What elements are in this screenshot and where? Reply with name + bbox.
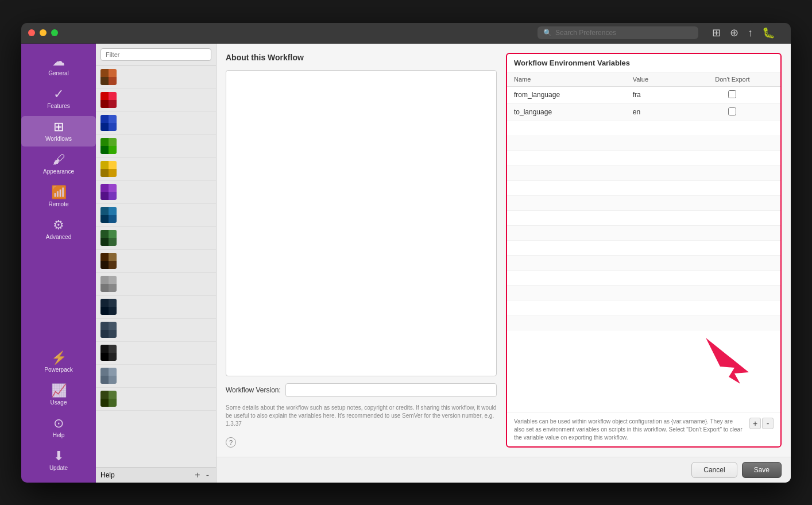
sidebar-item-appearance[interactable]: 🖌 Appearance — [21, 149, 96, 179]
list-item[interactable] — [96, 365, 216, 388]
list-item[interactable] — [96, 204, 216, 227]
chart-icon: 📈 — [51, 384, 67, 397]
minimize-button[interactable] — [40, 29, 47, 36]
table-row-empty — [507, 255, 780, 270]
list-item[interactable] — [96, 342, 216, 365]
content-area: Help + - About this Workflow Workflow Ve — [96, 44, 791, 483]
list-item[interactable] — [96, 319, 216, 342]
table-row-empty — [507, 270, 780, 285]
var-name: to_language — [507, 103, 626, 121]
close-button[interactable] — [28, 29, 35, 36]
list-item[interactable] — [96, 250, 216, 273]
list-item[interactable] — [96, 66, 216, 89]
version-row: Workflow Version: — [226, 383, 497, 397]
toolbar-icon-2[interactable]: ⊕ — [728, 24, 741, 41]
list-item[interactable] — [96, 135, 216, 158]
sidebar-item-powerpack[interactable]: ⚡ Powerpack — [21, 347, 96, 377]
col-value: Value — [626, 72, 685, 87]
workflow-icon — [100, 115, 117, 131]
search-bar[interactable]: 🔍 — [538, 26, 698, 39]
about-textarea[interactable] — [226, 70, 497, 376]
check-icon: ✓ — [53, 88, 64, 101]
workflow-icon — [100, 161, 117, 177]
lightning-icon: ⚡ — [51, 352, 67, 364]
sidebar-item-label: General — [48, 70, 69, 76]
search-input[interactable] — [555, 29, 693, 37]
maximize-button[interactable] — [51, 29, 58, 36]
list-item[interactable] — [96, 273, 216, 296]
list-item[interactable] — [96, 158, 216, 181]
workflow-icon — [100, 368, 117, 384]
toolbar-icon-4[interactable]: 🐛 — [760, 24, 777, 41]
sidebar-item-general[interactable]: ☁ General — [21, 51, 96, 81]
arrow-indicator — [700, 332, 746, 378]
list-item[interactable] — [96, 296, 216, 319]
workflow-icon — [100, 253, 117, 269]
cancel-button[interactable]: Cancel — [691, 462, 737, 478]
col-dont-export: Don't Export — [685, 72, 780, 87]
svg-marker-0 — [706, 338, 749, 384]
workflow-icon — [100, 207, 117, 223]
filter-bar — [96, 44, 216, 66]
help-button[interactable]: ? — [226, 437, 236, 448]
sidebar-item-label: Usage — [51, 399, 67, 406]
add-env-var-button[interactable]: + — [749, 418, 761, 429]
table-row[interactable]: from_language fra — [507, 86, 780, 103]
toolbar-right: ⊞ ⊕ ↑ 🐛 — [703, 24, 784, 41]
version-input[interactable] — [285, 383, 497, 397]
toolbar-icon-1[interactable]: ⊞ — [710, 24, 723, 41]
add-workflow-button[interactable]: + — [192, 470, 202, 480]
workflow-icon — [100, 276, 117, 292]
remove-workflow-button[interactable]: - — [204, 470, 211, 480]
sidebar-item-label: Update — [49, 465, 68, 471]
workflow-icon — [100, 184, 117, 200]
main-panel-buttons: Cancel Save — [216, 457, 791, 483]
sidebar-item-remote[interactable]: 📶 Remote — [21, 182, 96, 212]
help-circle-icon: ⊙ — [53, 417, 64, 430]
sidebar-item-label: Help — [53, 432, 65, 438]
workflow-icon — [100, 138, 117, 154]
col-name: Name — [507, 72, 626, 87]
var-name: from_language — [507, 86, 626, 103]
main-window: 🔍 ⊞ ⊕ ↑ 🐛 ☁ General ✓ Features ⊞ Workflo… — [21, 23, 791, 483]
sidebar-item-advanced[interactable]: ⚙ Advanced — [21, 214, 96, 245]
list-panel-footer: Help + - — [96, 467, 216, 483]
table-row-empty — [507, 300, 780, 315]
list-item[interactable] — [96, 227, 216, 250]
sidebar-item-label: Features — [47, 103, 69, 109]
list-item[interactable] — [96, 388, 216, 411]
table-row-empty — [507, 315, 780, 330]
sidebar-item-update[interactable]: ⬇ Update — [21, 445, 96, 476]
save-button[interactable]: Save — [742, 462, 782, 478]
sliders-icon: ⚙ — [53, 219, 64, 232]
env-vars-box: Workflow Environment Variables Name Valu… — [506, 53, 782, 448]
toolbar-icon-3[interactable]: ↑ — [745, 25, 755, 41]
sidebar-item-features[interactable]: ✓ Features — [21, 83, 96, 114]
env-content-wrapper: Name Value Don't Export from_language — [507, 72, 780, 413]
table-row[interactable]: to_language en — [507, 103, 780, 121]
table-row-empty — [507, 285, 780, 300]
remove-env-var-button[interactable]: - — [762, 418, 774, 429]
sidebar-item-label: Powerpack — [44, 367, 72, 373]
var-value: fra — [626, 86, 685, 103]
sidebar-item-workflows[interactable]: ⊞ Workflows — [21, 116, 96, 147]
env-footer: Variables can be used within workflow ob… — [507, 413, 780, 446]
main-panel-inner: About this Workflow Workflow Version: So… — [216, 44, 791, 457]
list-item[interactable] — [96, 181, 216, 204]
var-dont-export[interactable] — [685, 86, 780, 103]
title-bar: 🔍 ⊞ ⊕ ↑ 🐛 — [21, 23, 791, 44]
list-item[interactable] — [96, 112, 216, 135]
sidebar-item-usage[interactable]: 📈 Usage — [21, 380, 96, 410]
env-add-remove: + - — [749, 418, 774, 429]
paintbrush-icon: 🖌 — [52, 153, 65, 166]
filter-input[interactable] — [100, 48, 211, 61]
workflow-icon — [100, 69, 117, 85]
list-item[interactable] — [96, 89, 216, 112]
workflow-icon — [100, 322, 117, 338]
var-dont-export[interactable] — [685, 103, 780, 121]
sidebar-item-label: Appearance — [43, 168, 74, 175]
right-section: Workflow Environment Variables Name Valu… — [506, 53, 782, 448]
left-section: About this Workflow Workflow Version: So… — [226, 53, 497, 448]
sidebar-item-help[interactable]: ⊙ Help — [21, 413, 96, 443]
workflow-icon — [100, 92, 117, 108]
